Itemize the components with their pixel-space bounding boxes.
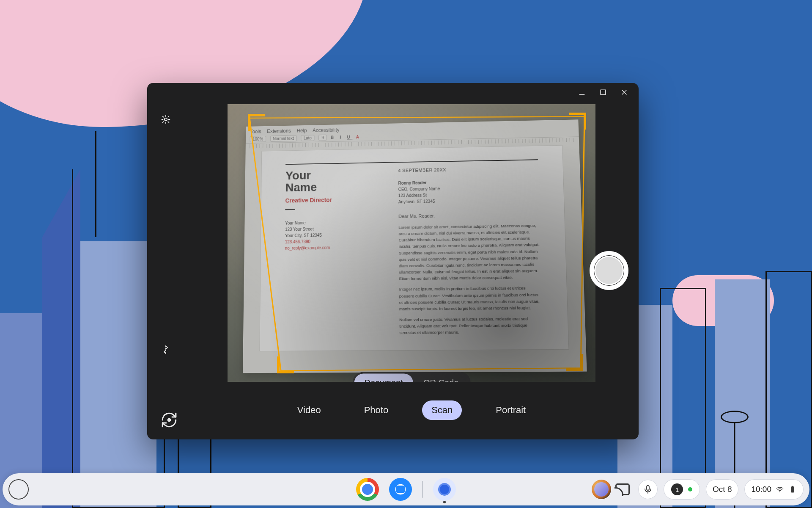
window-minimize-button[interactable] [573,83,591,102]
shelf-pinned-apps [356,478,456,501]
window-maximize-button[interactable] [594,83,612,102]
quick-settings-pill[interactable]: 10:00 [744,479,804,500]
svg-point-5 [779,491,780,492]
pinned-app-chrome[interactable] [356,478,379,501]
running-indicator-icon [443,501,446,503]
microphone-icon [643,484,653,494]
mode-portrait[interactable]: Portrait [486,400,535,420]
notification-tray[interactable]: 1 [664,479,700,500]
gear-icon [161,114,171,124]
doc-body-para2: Integer nec ipsum, mollis in pretium in … [399,285,542,312]
mode-photo[interactable]: Photo [355,400,398,420]
scan-submode-qr-code[interactable]: QR Code [413,374,469,382]
doc-salutation: Dear Ms. Reader, [398,211,540,220]
doc-sender-name-line2: Name [285,180,380,194]
doc-body-para1: Lorem ipsum dolor sit amet, consectetur … [398,222,541,282]
scan-submode-switch: Document QR Code [353,372,471,382]
pinned-app-camera[interactable] [433,478,456,501]
doc-menu-help: Help [296,128,307,134]
doc-menu-accessibility: Accessibility [313,127,340,133]
shelf-time: 10:00 [751,485,771,494]
svg-point-1 [165,118,167,121]
camera-side-rail [147,102,184,439]
wifi-icon [776,485,784,494]
switch-camera-icon [160,411,178,429]
doc-from-email: no_reply@example.com [285,244,381,251]
scan-preview-document: Tools Extensions Help Accessibility 100%… [243,120,587,373]
svg-rect-7 [792,486,793,487]
shelf: 1 Oct 8 10:00 [3,473,809,505]
svg-rect-6 [791,486,794,492]
launcher-button[interactable] [8,479,29,500]
doc-sender-role: Creative Director [285,195,381,205]
doc-paragraph-style: Normal text [270,135,296,142]
svg-rect-4 [647,486,649,490]
doc-letter-date: 4 SEPTEMBER 20XX [398,165,538,174]
svg-point-2 [167,418,171,422]
shelf-date: Oct 8 [713,485,732,494]
mode-video[interactable]: Video [288,400,330,420]
camera-mode-row: Video Photo Scan Portrait [288,400,535,420]
doc-sender-name-line1: Your [285,168,381,182]
window-titlebar [147,83,639,102]
doc-zoom-level: 100% [250,136,266,142]
mirror-toggle-button[interactable] [156,340,175,359]
notification-count-badge: 1 [671,483,683,495]
svg-rect-0 [601,90,606,95]
doc-menu-tools: Tools [250,129,261,135]
doc-body-para3: Nullam vel ornare justo. Vivamus at luct… [399,315,543,336]
mirror-icon [161,345,171,355]
shelf-separator [422,481,423,498]
date-pill[interactable]: Oct 8 [706,479,738,500]
status-avatar-group[interactable] [589,479,632,500]
doc-menu-extensions: Extensions [267,128,291,135]
shutter-button[interactable] [590,251,628,290]
battery-icon [788,485,797,494]
cast-icon [615,483,630,495]
doc-font-family: Lato [301,135,315,141]
dictation-button[interactable] [638,480,658,499]
doc-font-size: 9 [318,135,326,141]
camera-viewfinder[interactable]: Tools Extensions Help Accessibility 100%… [228,104,595,382]
camera-app-window: Tools Extensions Help Accessibility 100%… [147,83,639,439]
settings-button[interactable] [156,110,175,129]
scan-submode-document[interactable]: Document [354,374,413,382]
mode-scan[interactable]: Scan [422,400,462,420]
shutter-icon [595,257,623,284]
pinned-app-files[interactable] [389,478,412,501]
status-dot-icon [688,487,692,491]
window-close-button[interactable] [615,83,634,102]
switch-camera-button[interactable] [156,407,182,433]
user-avatar-icon [592,480,611,499]
